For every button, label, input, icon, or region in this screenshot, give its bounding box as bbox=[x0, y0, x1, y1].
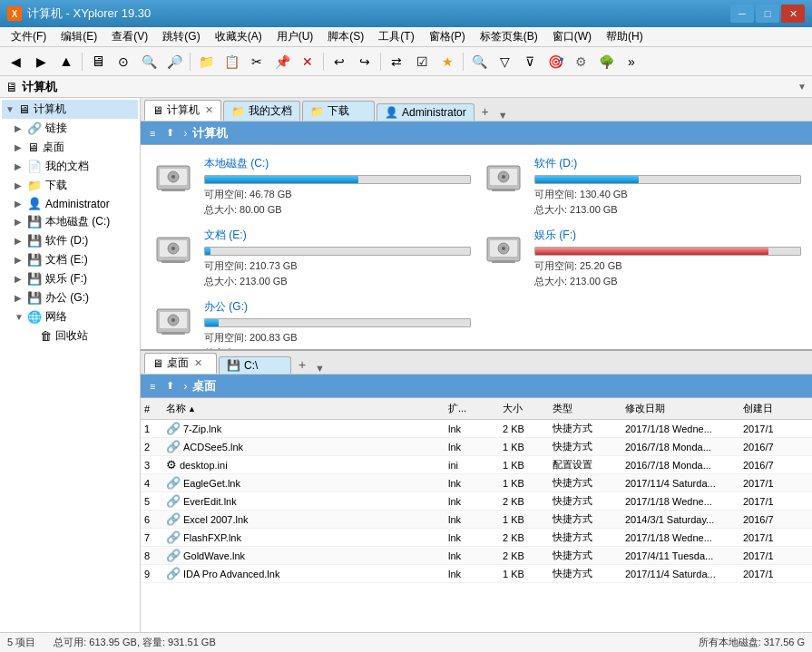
file-size-5: 1 KB bbox=[499, 511, 549, 528]
sidebar-item-c[interactable]: ▶ 💾 本地磁盘 (C:) bbox=[2, 212, 138, 231]
file-row[interactable]: 2 🔗 ACDSee5.lnk lnk 1 KB 快捷方式 2016/7/18 … bbox=[141, 438, 812, 456]
address-dropdown[interactable]: ▼ bbox=[797, 82, 807, 92]
menu-pane[interactable]: 窗格(P) bbox=[422, 27, 473, 46]
menu-favorites[interactable]: 收藏夹(A) bbox=[208, 27, 269, 46]
tab-desktop[interactable]: 🖥 桌面 ✕ bbox=[144, 353, 217, 374]
file-name-1: 🔗 ACDSee5.lnk bbox=[162, 438, 445, 455]
tab-add-button[interactable]: + bbox=[476, 102, 494, 121]
col-header-type[interactable]: 类型 bbox=[549, 400, 621, 417]
file-rows-container: 1 🔗 7-Zip.lnk lnk 2 KB 快捷方式 2017/1/18 We… bbox=[141, 420, 812, 583]
file-row[interactable]: 7 🔗 FlashFXP.lnk lnk 2 KB 快捷方式 2017/1/18… bbox=[141, 529, 812, 547]
sidebar-item-mydocs[interactable]: ▶ 📄 我的文档 bbox=[2, 157, 138, 176]
menu-edit[interactable]: 编辑(E) bbox=[54, 27, 104, 46]
forward-button[interactable]: ▶ bbox=[29, 50, 53, 73]
drive-button[interactable]: 🖥 bbox=[86, 50, 110, 73]
sidebar-item-downloads[interactable]: ▶ 📁 下载 bbox=[2, 176, 138, 195]
sidebar-item-f[interactable]: ▶ 💾 娱乐 (F:) bbox=[2, 269, 138, 288]
drive-name-d[interactable]: 软件 (D:) bbox=[534, 156, 801, 171]
file-num-4: 5 bbox=[141, 492, 162, 510]
settings-button[interactable]: ⚙ bbox=[569, 50, 592, 73]
file-row[interactable]: 1 🔗 7-Zip.lnk lnk 2 KB 快捷方式 2017/1/18 We… bbox=[141, 420, 812, 438]
sidebar-item-links[interactable]: ▶ 🔗 链接 bbox=[2, 119, 138, 138]
tab-administrator[interactable]: 👤 Administrator bbox=[377, 103, 474, 121]
col-header-ext[interactable]: 扩... bbox=[445, 400, 499, 417]
col-header-created[interactable]: 创建日 bbox=[739, 400, 812, 417]
menu-script[interactable]: 脚本(S) bbox=[320, 27, 371, 46]
sidebar-item-d[interactable]: ▶ 💾 软件 (D:) bbox=[2, 231, 138, 250]
panel-up-btn-bottom[interactable]: ⬆ bbox=[162, 379, 178, 393]
menu-file[interactable]: 文件(F) bbox=[4, 27, 54, 46]
tab-list-button[interactable]: ▼ bbox=[498, 110, 508, 121]
sync-button[interactable]: ⇄ bbox=[385, 50, 408, 73]
copy-button[interactable]: 📋 bbox=[220, 50, 243, 73]
tab-computer[interactable]: 🖥 计算机 ✕ bbox=[144, 100, 221, 121]
delete-button[interactable]: ✕ bbox=[296, 50, 319, 73]
menu-tools[interactable]: 工具(T) bbox=[371, 27, 421, 46]
tab-desktop-close[interactable]: ✕ bbox=[194, 357, 202, 369]
panel-up-btn[interactable]: ⬆ bbox=[162, 126, 178, 140]
drive-name-e[interactable]: 文档 (E:) bbox=[204, 228, 471, 243]
file-row[interactable]: 6 🔗 Excel 2007.lnk lnk 1 KB 快捷方式 2014/3/… bbox=[141, 511, 812, 529]
tab-list-bottom-button[interactable]: ▼ bbox=[315, 363, 325, 374]
drive-name-c[interactable]: 本地磁盘 (C:) bbox=[204, 156, 471, 171]
tab-mydocs[interactable]: 📁 我的文档 bbox=[223, 101, 300, 121]
menu-jump[interactable]: 跳转(G) bbox=[155, 27, 207, 46]
drive-bar-bg-g bbox=[204, 318, 471, 327]
cut-button[interactable]: ✂ bbox=[245, 50, 269, 73]
sidebar-item-recycle[interactable]: 🗑 回收站 bbox=[2, 326, 138, 345]
sidebar-item-computer[interactable]: ▼ 🖥 计算机 bbox=[2, 100, 138, 119]
file-row[interactable]: 8 🔗 GoldWave.lnk lnk 2 KB 快捷方式 2017/4/11… bbox=[141, 547, 812, 565]
tab-computer-close[interactable]: ✕ bbox=[205, 104, 213, 116]
sidebar-item-admin[interactable]: ▶ 👤 Administrator bbox=[2, 195, 138, 212]
sidebar-item-g[interactable]: ▶ 💾 办公 (G:) bbox=[2, 288, 138, 307]
menu-user[interactable]: 用户(U) bbox=[269, 27, 321, 46]
col-header-size[interactable]: 大小 bbox=[499, 400, 549, 417]
search-button[interactable]: 🔍 bbox=[137, 50, 161, 73]
close-button[interactable]: ✕ bbox=[781, 5, 805, 23]
up-button[interactable]: ▲ bbox=[54, 50, 78, 73]
search-circle-button[interactable]: ⊙ bbox=[112, 50, 135, 73]
drive-name-f[interactable]: 娱乐 (F:) bbox=[534, 228, 801, 243]
folder-new-button[interactable]: 📁 bbox=[194, 50, 218, 73]
content-area: 🖥 计算机 ✕ 📁 我的文档 📁 下载 👤 Administrator + bbox=[141, 98, 812, 632]
minimize-button[interactable]: ─ bbox=[730, 5, 754, 23]
tree-button[interactable]: 🌳 bbox=[594, 50, 618, 73]
menu-tabset[interactable]: 标签页集(B) bbox=[473, 27, 545, 46]
file-row[interactable]: 5 🔗 EverEdit.lnk lnk 2 KB 快捷方式 2017/1/18… bbox=[141, 492, 812, 511]
drive-icon-f bbox=[482, 228, 525, 271]
target-button[interactable]: 🎯 bbox=[543, 50, 567, 73]
filter-button[interactable]: ▽ bbox=[493, 50, 516, 73]
panel-menu-btn-bottom[interactable]: ≡ bbox=[146, 380, 159, 393]
more-button[interactable]: » bbox=[620, 50, 643, 73]
file-created-5: 2016/7 bbox=[739, 511, 812, 528]
star-button[interactable]: ★ bbox=[435, 50, 459, 73]
menu-view[interactable]: 查看(V) bbox=[104, 27, 155, 46]
sidebar-item-network[interactable]: ▼ 🌐 网络 bbox=[2, 307, 138, 326]
col-header-num[interactable]: # bbox=[141, 400, 162, 417]
col-header-name[interactable]: 名称 ▲ bbox=[162, 400, 445, 417]
maximize-button[interactable]: □ bbox=[756, 5, 779, 23]
tab-downloads[interactable]: 📁 下载 bbox=[302, 101, 375, 121]
file-row[interactable]: 9 🔗 IDA Pro Advanced.lnk lnk 1 KB 快捷方式 2… bbox=[141, 565, 812, 583]
redo-button[interactable]: ↪ bbox=[353, 50, 377, 73]
back-button[interactable]: ◀ bbox=[4, 50, 27, 73]
tab-desktop-icon: 🖥 bbox=[152, 357, 163, 370]
panel-menu-btn[interactable]: ≡ bbox=[146, 127, 159, 140]
tab-bar-bottom: 🖥 桌面 ✕ 💾 C:\ + ▼ bbox=[141, 351, 812, 375]
tab-add-bottom-button[interactable]: + bbox=[293, 355, 311, 374]
col-header-modified[interactable]: 修改日期 bbox=[621, 400, 739, 417]
tab-c-drive[interactable]: 💾 C:\ bbox=[219, 356, 291, 374]
sidebar-item-e[interactable]: ▶ 💾 文档 (E:) bbox=[2, 250, 138, 269]
paste-button[interactable]: 📌 bbox=[270, 50, 294, 73]
search2-button[interactable]: 🔍 bbox=[467, 50, 491, 73]
filter2-button[interactable]: ⊽ bbox=[518, 50, 542, 73]
file-row[interactable]: 3 ⚙ desktop.ini ini 1 KB 配置设置 2016/7/18 … bbox=[141, 456, 812, 474]
menu-help[interactable]: 帮助(H) bbox=[599, 27, 651, 46]
search-arrow-button[interactable]: 🔎 bbox=[162, 50, 186, 73]
sidebar-item-desktop[interactable]: ▶ 🖥 桌面 bbox=[2, 138, 138, 157]
file-row[interactable]: 4 🔗 EagleGet.lnk lnk 1 KB 快捷方式 2017/11/4… bbox=[141, 474, 812, 492]
menu-window[interactable]: 窗口(W) bbox=[545, 27, 599, 46]
undo-button[interactable]: ↩ bbox=[328, 50, 351, 73]
drive-name-g[interactable]: 办公 (G:) bbox=[204, 299, 471, 315]
checkbox-button[interactable]: ☑ bbox=[410, 50, 434, 73]
